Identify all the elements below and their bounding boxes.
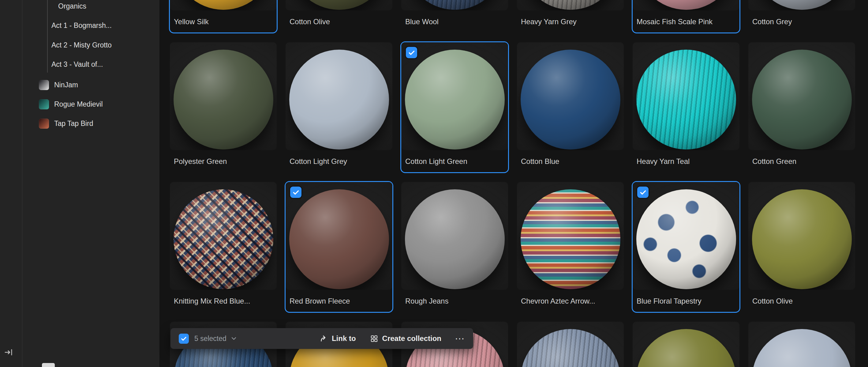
material-label: Chevron Aztec Arrow... bbox=[521, 297, 620, 305]
material-sphere bbox=[174, 189, 273, 289]
material-preview bbox=[748, 182, 855, 290]
sidebar-collapse-button[interactable] bbox=[2, 346, 15, 359]
material-sphere bbox=[752, 0, 852, 10]
material-preview bbox=[633, 42, 740, 150]
selection-action-bar: 5 selected Link to Create collection ⋯ bbox=[170, 328, 473, 349]
material-card[interactable]: Cotton Light Grey bbox=[285, 41, 393, 173]
material-sphere bbox=[636, 0, 736, 10]
material-label: Cotton Light Grey bbox=[289, 157, 389, 166]
sidebar-item-organics[interactable]: Organics bbox=[58, 0, 86, 13]
material-card[interactable]: Red Brown Fleece bbox=[285, 181, 393, 313]
checkbox-checked-icon[interactable] bbox=[406, 47, 417, 58]
material-preview bbox=[748, 42, 855, 150]
material-sphere bbox=[521, 0, 620, 10]
material-label: Cotton Olive bbox=[289, 18, 389, 26]
more-options-icon[interactable]: ⋯ bbox=[455, 335, 465, 342]
tree-item-label: Act 3 - Vault of... bbox=[52, 60, 103, 68]
sidebar-item-act2[interactable]: Act 2 - Misty Grotto bbox=[52, 38, 112, 52]
material-preview bbox=[401, 42, 508, 150]
material-card[interactable]: Cotton Olive bbox=[285, 0, 393, 33]
material-sphere bbox=[752, 189, 852, 289]
tree-indent-guide bbox=[47, 0, 48, 73]
material-label: Red Brown Fleece bbox=[289, 297, 389, 305]
material-preview bbox=[517, 42, 624, 150]
material-preview bbox=[285, 182, 392, 290]
material-preview bbox=[748, 0, 855, 10]
material-card[interactable] bbox=[632, 321, 740, 367]
project-thumbnail-icon bbox=[39, 80, 49, 90]
checkbox-checked-icon[interactable] bbox=[179, 334, 189, 344]
material-preview bbox=[285, 42, 392, 150]
sidebar-item-act1[interactable]: Act 1 - Bogmarsh... bbox=[52, 19, 112, 32]
material-card[interactable]: Knitting Mix Red Blue... bbox=[169, 181, 278, 313]
material-label: Heavy Yarn Teal bbox=[637, 157, 736, 166]
material-card[interactable]: Yellow Silk bbox=[169, 0, 278, 33]
material-preview bbox=[633, 322, 740, 367]
material-card[interactable] bbox=[747, 321, 856, 367]
tree-item-label: Act 2 - Misty Grotto bbox=[52, 41, 112, 49]
material-preview bbox=[517, 322, 624, 367]
material-card[interactable]: Heavy Yarn Grey bbox=[516, 0, 625, 33]
sidebar-item-rogue-medievil[interactable]: Rogue Medievil bbox=[39, 97, 103, 111]
material-label: Cotton Light Green bbox=[405, 157, 504, 166]
material-sphere bbox=[405, 50, 505, 149]
sidebar-rail-divider bbox=[22, 0, 22, 367]
sidebar-item-ninjam[interactable]: NinJam bbox=[39, 78, 78, 92]
tree-item-label: Act 1 - Bogmarsh... bbox=[52, 22, 112, 30]
material-sphere bbox=[405, 189, 505, 289]
create-collection-button[interactable]: Create collection bbox=[370, 334, 441, 343]
material-sphere bbox=[636, 329, 736, 367]
material-preview bbox=[748, 322, 855, 367]
material-label: Cotton Olive bbox=[752, 297, 851, 305]
link-to-button[interactable]: Link to bbox=[319, 334, 356, 343]
material-sphere bbox=[636, 189, 736, 289]
link-arrow-icon bbox=[319, 335, 328, 343]
material-preview bbox=[517, 0, 624, 10]
material-sphere bbox=[289, 189, 389, 289]
selected-count: 5 selected bbox=[194, 335, 226, 343]
material-label: Yellow Silk bbox=[174, 18, 273, 26]
material-card[interactable]: Cotton Blue bbox=[516, 41, 625, 173]
material-preview bbox=[285, 0, 392, 10]
material-card[interactable] bbox=[516, 321, 625, 367]
collapse-arrow-icon bbox=[4, 348, 13, 357]
material-sphere bbox=[521, 329, 620, 367]
material-preview bbox=[633, 182, 740, 290]
material-label: Knitting Mix Red Blue... bbox=[174, 297, 273, 305]
material-card[interactable]: Cotton Light Green bbox=[400, 41, 509, 173]
material-sphere bbox=[636, 50, 736, 149]
material-card[interactable]: Polyester Green bbox=[169, 41, 278, 173]
material-card[interactable]: Heavy Yarn Teal bbox=[632, 41, 740, 173]
material-preview bbox=[401, 0, 508, 10]
material-label: Blue Wool bbox=[405, 18, 504, 26]
checkbox-checked-icon[interactable] bbox=[290, 187, 302, 198]
project-label: Rogue Medievil bbox=[54, 100, 103, 108]
material-label: Cotton Grey bbox=[752, 18, 851, 26]
material-card[interactable]: Blue Floral Tapestry bbox=[632, 181, 740, 313]
material-card[interactable]: Chevron Aztec Arrow... bbox=[516, 181, 625, 313]
collection-grid-icon bbox=[370, 335, 378, 343]
create-collection-label: Create collection bbox=[382, 334, 441, 343]
link-to-label: Link to bbox=[332, 334, 356, 343]
material-card[interactable]: Cotton Green bbox=[747, 41, 856, 173]
material-preview bbox=[401, 182, 508, 290]
material-preview bbox=[170, 42, 277, 150]
material-grid: Yellow Silk Cotton Olive Blue Wool Heavy… bbox=[169, 0, 856, 367]
material-card[interactable]: Cotton Grey bbox=[747, 0, 856, 33]
chevron-down-icon[interactable] bbox=[230, 335, 238, 342]
material-label: Heavy Yarn Grey bbox=[521, 18, 620, 26]
material-card[interactable]: Blue Wool bbox=[400, 0, 509, 33]
scrollbar-thumb[interactable] bbox=[42, 363, 55, 367]
sidebar-item-act3[interactable]: Act 3 - Vault of... bbox=[52, 58, 103, 71]
material-label: Blue Floral Tapestry bbox=[637, 297, 736, 305]
project-label: NinJam bbox=[54, 81, 78, 89]
material-card[interactable]: Mosaic Fish Scale Pink bbox=[632, 0, 740, 33]
material-card[interactable]: Cotton Olive bbox=[747, 181, 856, 313]
material-label: Mosaic Fish Scale Pink bbox=[637, 18, 736, 26]
material-sphere bbox=[752, 50, 852, 149]
project-thumbnail-icon bbox=[39, 118, 49, 129]
material-card[interactable]: Rough Jeans bbox=[400, 181, 509, 313]
checkbox-checked-icon[interactable] bbox=[637, 187, 649, 198]
material-preview bbox=[170, 182, 277, 290]
sidebar-item-tap-tap-bird[interactable]: Tap Tap Bird bbox=[39, 117, 93, 130]
